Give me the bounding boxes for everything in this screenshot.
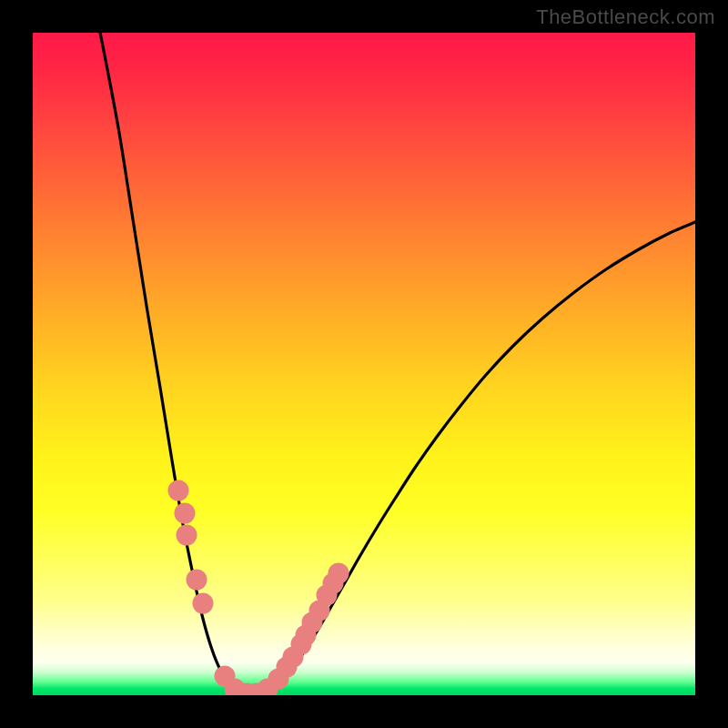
data-marker (329, 563, 349, 584)
plot-area (33, 33, 695, 695)
data-marker (177, 525, 197, 546)
data-markers (168, 480, 349, 696)
data-marker (193, 593, 214, 614)
outer-frame: TheBottleneck.com (0, 0, 728, 728)
data-marker (187, 570, 207, 591)
bottleneck-curve (96, 33, 695, 693)
chart-overlay (33, 33, 695, 695)
data-marker (175, 503, 196, 524)
watermark-text: TheBottleneck.com (536, 5, 715, 29)
data-marker (168, 480, 189, 501)
